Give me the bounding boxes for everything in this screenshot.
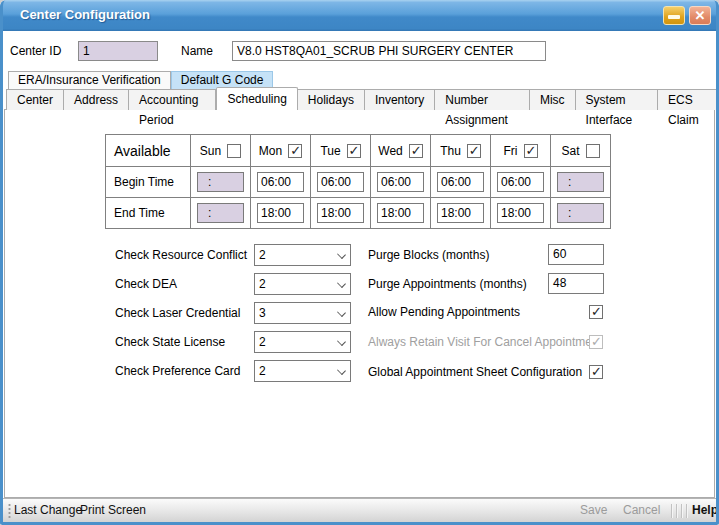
always-retain-visit-checkbox <box>589 335 603 349</box>
toolbar-separator <box>681 504 683 518</box>
center-configuration-window: Center Configuration ✕ Center ID 1 Name … <box>0 0 719 525</box>
allow-pending-appointments-label: Allow Pending Appointments <box>368 303 520 321</box>
dropdown-value: 2 <box>259 277 266 291</box>
day-column-fri: Fri 06:00 18:00 <box>490 135 550 228</box>
titlebar[interactable]: Center Configuration ✕ <box>0 0 719 31</box>
toolbar-separator <box>686 504 688 518</box>
day-available-checkbox[interactable] <box>586 144 600 158</box>
end-time-input[interactable]: 18:00 <box>497 203 544 223</box>
table-label-column: Available Begin Time End Time <box>106 135 190 228</box>
day-column-wed: Wed 06:00 18:00 <box>370 135 430 228</box>
tab-scheduling[interactable]: Scheduling <box>216 87 297 110</box>
dropdown-value: 2 <box>259 364 266 378</box>
begin-time-input[interactable]: : <box>197 172 244 192</box>
close-icon: ✕ <box>690 7 710 24</box>
day-label: Tue <box>320 144 340 158</box>
global-appointment-sheet-checkbox[interactable] <box>589 365 603 379</box>
toolbar-separator <box>671 504 673 518</box>
begin-time-input[interactable]: 06:00 <box>497 172 544 192</box>
dropdown-value: 3 <box>259 306 266 320</box>
tab-ecs-claim[interactable]: ECS Claim <box>658 89 719 110</box>
day-column-tue: Tue 06:00 18:00 <box>310 135 370 228</box>
center-id-label: Center ID <box>10 41 61 61</box>
tab-era-insurance-verification[interactable]: ERA/Insurance Verification <box>8 71 171 89</box>
day-column-sat: Sat : : <box>550 135 610 228</box>
tab-holidays[interactable]: Holidays <box>298 89 365 110</box>
tab-system-interface[interactable]: System Interface <box>576 89 658 110</box>
end-time-input[interactable]: : <box>197 203 244 223</box>
check-resource-conflict-label: Check Resource Conflict <box>115 244 247 266</box>
tab-center[interactable]: Center <box>6 89 64 110</box>
purge-blocks-label: Purge Blocks (months) <box>368 244 489 266</box>
cancel-button[interactable]: Cancel <box>623 499 660 522</box>
day-column-mon: Mon 06:00 18:00 <box>250 135 310 228</box>
tab-misc[interactable]: Misc <box>530 89 576 110</box>
begin-time-input[interactable]: 06:00 <box>437 172 484 192</box>
check-preference-card-label: Check Preference Card <box>115 360 240 382</box>
check-preference-card-select[interactable]: 2 <box>254 360 351 382</box>
always-retain-visit-label: Always Retain Visit For Cancel Appointme… <box>368 333 602 351</box>
day-available-checkbox[interactable] <box>288 144 302 158</box>
dropdown-value: 2 <box>259 248 266 262</box>
center-id-input[interactable]: 1 <box>78 41 158 61</box>
minimize-icon <box>668 15 680 19</box>
chevron-down-icon <box>337 308 346 317</box>
day-label: Mon <box>259 144 282 158</box>
primary-tab-bar: Center Address Accounting Period Schedul… <box>6 88 719 110</box>
day-label: Sun <box>200 144 221 158</box>
last-change-button[interactable]: Last Change <box>14 499 82 522</box>
help-button[interactable]: Help <box>692 499 718 522</box>
begin-time-input[interactable]: 06:00 <box>317 172 364 192</box>
print-screen-button[interactable]: Print Screen <box>80 499 146 522</box>
day-label: Thu <box>440 144 461 158</box>
end-time-input[interactable]: 18:00 <box>317 203 364 223</box>
close-button[interactable]: ✕ <box>689 6 711 25</box>
available-header: Available <box>106 135 190 166</box>
dropdown-value: 2 <box>259 335 266 349</box>
name-input[interactable]: V8.0 HST8QA01_SCRUB PHI SURGERY CENTER <box>232 41 546 61</box>
tab-accounting-period[interactable]: Accounting Period <box>129 89 216 110</box>
footer-toolbar: Last Change Print Screen Save Cancel Hel… <box>3 498 716 522</box>
begin-time-input[interactable]: : <box>557 172 604 192</box>
day-label: Wed <box>378 144 402 158</box>
tab-address[interactable]: Address <box>64 89 129 110</box>
availability-table: Available Begin Time End Time Sun : : Mo… <box>105 134 611 229</box>
tab-number-assignment[interactable]: Number Assignment <box>435 89 530 110</box>
toolbar-separator <box>676 504 678 518</box>
end-time-input[interactable]: 18:00 <box>257 203 304 223</box>
tab-inventory[interactable]: Inventory <box>365 89 435 110</box>
global-appointment-sheet-label: Global Appointment Sheet Configuration <box>368 363 582 381</box>
chevron-down-icon <box>337 366 346 375</box>
purge-appointments-label: Purge Appointments (months) <box>368 273 527 295</box>
chevron-down-icon <box>337 250 346 259</box>
check-dea-select[interactable]: 2 <box>254 273 351 295</box>
minimize-button[interactable] <box>663 6 685 25</box>
day-available-checkbox[interactable] <box>409 144 423 158</box>
allow-pending-appointments-checkbox[interactable] <box>589 305 603 319</box>
check-state-license-label: Check State License <box>115 331 225 353</box>
day-column-thu: Thu 06:00 18:00 <box>430 135 490 228</box>
end-time-input[interactable]: 18:00 <box>437 203 484 223</box>
day-available-checkbox[interactable] <box>227 144 241 158</box>
begin-time-input[interactable]: 06:00 <box>377 172 424 192</box>
save-button[interactable]: Save <box>580 499 607 522</box>
chevron-down-icon <box>337 279 346 288</box>
day-column-sun: Sun : : <box>190 135 250 228</box>
check-laser-credential-label: Check Laser Credential <box>115 302 240 324</box>
purge-blocks-input[interactable]: 60 <box>548 244 604 265</box>
day-available-checkbox[interactable] <box>524 144 538 158</box>
toolbar-grip-handle[interactable] <box>8 503 11 519</box>
check-state-license-select[interactable]: 2 <box>254 331 351 353</box>
end-time-input[interactable]: : <box>557 203 604 223</box>
chevron-down-icon <box>337 337 346 346</box>
begin-time-input[interactable]: 06:00 <box>257 172 304 192</box>
end-time-input[interactable]: 18:00 <box>377 203 424 223</box>
day-available-checkbox[interactable] <box>467 144 481 158</box>
purge-appointments-input[interactable]: 48 <box>548 273 604 294</box>
day-label: Sat <box>561 144 579 158</box>
day-label: Fri <box>504 144 518 158</box>
check-laser-credential-select[interactable]: 3 <box>254 302 351 324</box>
day-available-checkbox[interactable] <box>347 144 361 158</box>
begin-time-row-label: Begin Time <box>106 166 190 197</box>
check-resource-conflict-select[interactable]: 2 <box>254 244 351 266</box>
